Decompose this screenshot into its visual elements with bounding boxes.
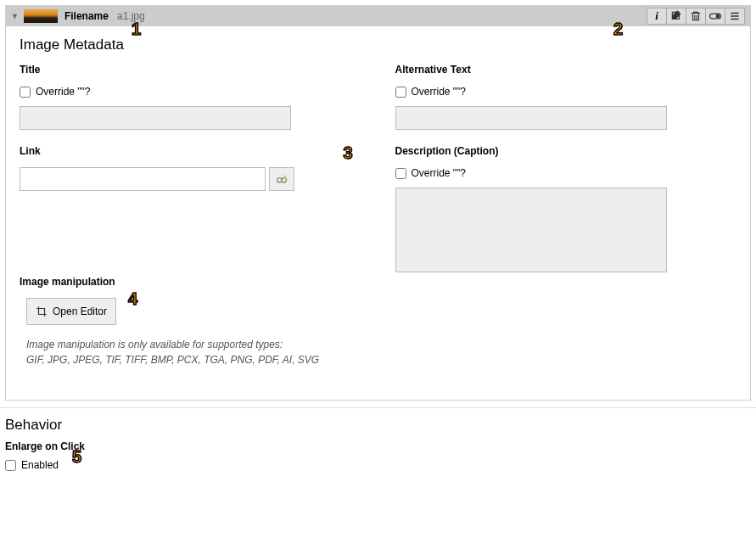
right-column: Alternative Text Override ""? Descriptio… xyxy=(395,64,737,383)
title-field-group: Title Override ""? xyxy=(20,64,361,130)
alt-override-row[interactable]: Override ""? xyxy=(395,86,737,98)
toggle-icon xyxy=(709,10,721,22)
help-line-2: GIF, JPG, JPEG, TIF, TIFF, BMP, PCX, TGA… xyxy=(26,352,361,367)
description-override-label: Override ""? xyxy=(412,167,467,179)
hamburger-icon xyxy=(729,10,741,22)
crop-icon xyxy=(36,306,48,317)
open-editor-button[interactable]: Open Editor xyxy=(26,298,116,325)
delete-button[interactable] xyxy=(686,8,706,25)
menu-button[interactable] xyxy=(725,8,745,25)
link-wizard-icon xyxy=(275,172,288,186)
filename-label: Filename xyxy=(64,10,109,22)
alt-override-label: Override ""? xyxy=(412,86,467,98)
alt-field-group: Alternative Text Override ""? xyxy=(395,64,737,130)
annotation-4: 4 xyxy=(128,289,137,309)
toggle-button[interactable] xyxy=(705,8,725,25)
description-override-row[interactable]: Override ""? xyxy=(395,167,737,179)
edit-button[interactable] xyxy=(666,8,686,25)
link-input[interactable] xyxy=(20,167,266,191)
enabled-checkbox[interactable] xyxy=(5,460,16,471)
panel-body: Image Metadata Title Override ""? Link 3 xyxy=(6,26,750,400)
collapse-toggle[interactable]: ▼ xyxy=(11,12,19,20)
link-wizard-button[interactable] xyxy=(269,167,294,191)
title-override-checkbox[interactable] xyxy=(20,87,31,98)
title-override-label: Override ""? xyxy=(36,86,91,98)
alt-input[interactable] xyxy=(395,106,667,130)
enabled-row[interactable]: Enabled xyxy=(5,459,751,471)
behavior-section: Behavior Enlarge on Click 5 Enabled xyxy=(0,407,756,476)
behavior-heading: Behavior xyxy=(5,417,751,434)
info-button[interactable]: i xyxy=(647,8,667,25)
alt-override-checkbox[interactable] xyxy=(395,87,406,98)
description-textarea[interactable] xyxy=(395,188,667,272)
link-label: Link xyxy=(20,145,361,157)
svg-point-1 xyxy=(716,14,720,19)
alt-label: Alternative Text xyxy=(395,64,737,76)
description-field-group: Description (Caption) Override ""? xyxy=(395,145,737,275)
enabled-label: Enabled xyxy=(21,459,59,471)
title-input[interactable] xyxy=(20,106,291,130)
description-override-checkbox[interactable] xyxy=(395,168,406,179)
open-editor-label: Open Editor xyxy=(53,306,107,317)
manipulation-help: Image manipulation is only available for… xyxy=(26,337,361,367)
title-override-row[interactable]: Override ""? xyxy=(20,86,361,98)
left-column: Title Override ""? Link 3 xyxy=(20,64,361,383)
panel-header: ▼ Filename a1.jpg 1 i 2 xyxy=(6,6,750,26)
manipulation-group: Image manipulation 4 Open Editor Image m… xyxy=(20,276,361,367)
title-label: Title xyxy=(20,64,361,76)
enlarge-label: Enlarge on Click xyxy=(5,440,751,452)
info-icon: i xyxy=(655,9,658,23)
manipulation-label: Image manipulation xyxy=(20,276,361,288)
edit-icon xyxy=(670,10,682,22)
image-metadata-panel: ▼ Filename a1.jpg 1 i 2 Image Metadata xyxy=(5,5,751,401)
description-label: Description (Caption) xyxy=(395,145,737,157)
link-field-group: Link 3 xyxy=(20,145,361,191)
trash-icon xyxy=(690,10,702,22)
help-line-1: Image manipulation is only available for… xyxy=(26,337,361,352)
image-thumbnail xyxy=(24,9,58,23)
metadata-heading: Image Metadata xyxy=(20,36,736,53)
filename-value: a1.jpg xyxy=(117,10,145,22)
header-toolbar: i xyxy=(647,8,745,25)
svg-point-2 xyxy=(277,178,282,182)
